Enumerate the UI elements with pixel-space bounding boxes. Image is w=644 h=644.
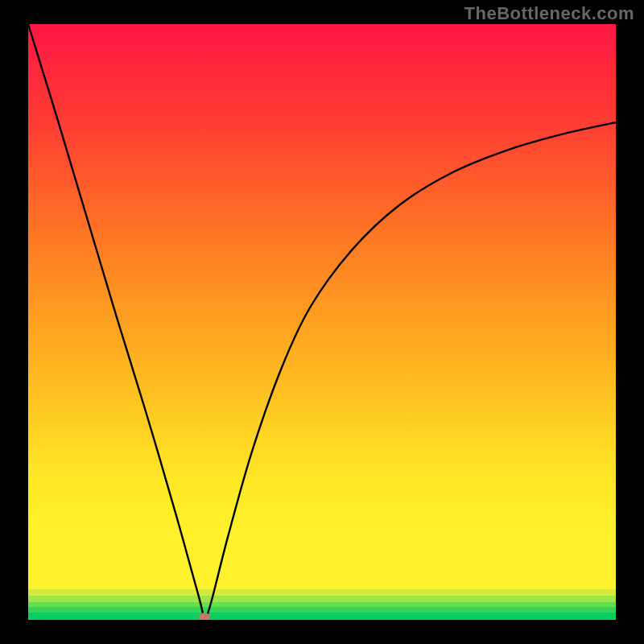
curve-svg [28,24,616,620]
watermark-text: TheBottleneck.com [464,3,634,24]
plot-area [28,24,616,620]
bottleneck-curve [28,24,616,617]
chart-frame: TheBottleneck.com [0,0,644,644]
